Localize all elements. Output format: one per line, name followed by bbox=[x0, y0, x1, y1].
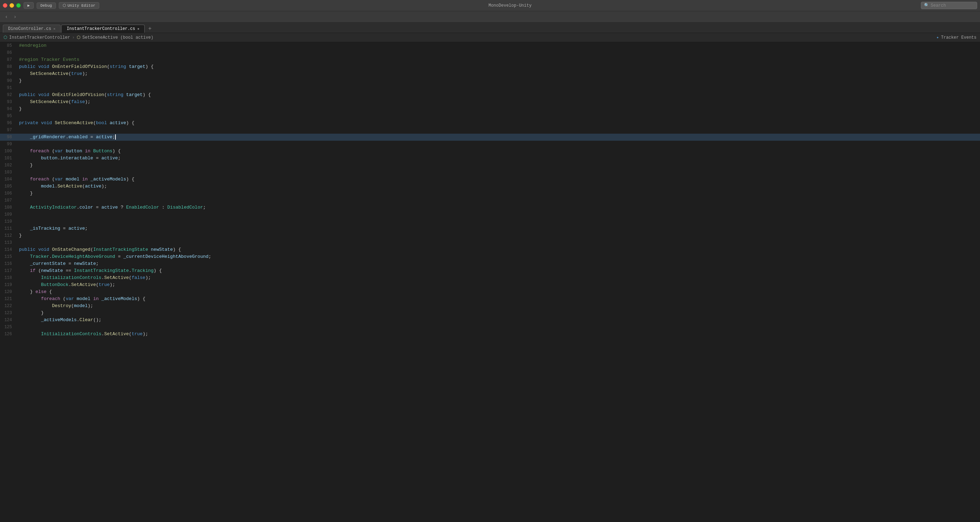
code-line-107: 107 bbox=[0, 197, 980, 204]
line-number: 89 bbox=[0, 70, 18, 78]
line-content: } else { bbox=[18, 289, 980, 295]
close-button[interactable] bbox=[3, 3, 7, 8]
line-content: foreach (var model in _activeModels) { bbox=[18, 176, 980, 183]
search-bar[interactable]: 🔍 Search bbox=[921, 2, 977, 9]
line-number: 124 bbox=[0, 317, 18, 324]
tabs-bar: DinoController.cs ✕ InstantTrackerContro… bbox=[0, 22, 980, 33]
code-line-106: 106 } bbox=[0, 190, 980, 197]
code-line-126: 126 InitializationControls.SetActive(tru… bbox=[0, 331, 980, 338]
line-number: 103 bbox=[0, 169, 18, 176]
tab-dinocontroller-label: DinoController.cs bbox=[8, 26, 51, 31]
line-number: 94 bbox=[0, 106, 18, 113]
line-number: 117 bbox=[0, 267, 18, 274]
run-icon: ▶ bbox=[27, 3, 30, 8]
line-number: 109 bbox=[0, 211, 18, 218]
search-placeholder: Search bbox=[931, 3, 946, 8]
code-line-98: 98 _gridRenderer.enabled = active; bbox=[0, 134, 980, 141]
line-number: 122 bbox=[0, 303, 18, 309]
line-number: 121 bbox=[0, 295, 18, 303]
code-line-121: 121 foreach (var model in _activeModels)… bbox=[0, 295, 980, 303]
code-line-124: 124 _activeModels.Clear(); bbox=[0, 317, 980, 324]
code-line-105: 105 model.SetActive(active); bbox=[0, 183, 980, 190]
line-content: model.SetActive(active); bbox=[18, 183, 980, 190]
line-content bbox=[18, 239, 980, 246]
code-line-113: 113 bbox=[0, 239, 980, 246]
line-content: public void OnExitFieldOfVision(string t… bbox=[18, 92, 980, 98]
tab-instanttracker-close[interactable]: ● bbox=[137, 27, 139, 31]
code-line-104: 104 foreach (var model in _activeModels)… bbox=[0, 176, 980, 183]
code-line-100: 100 foreach (var button in Buttons) { bbox=[0, 148, 980, 155]
code-line-96: 96private void SetSceneActive(bool activ… bbox=[0, 120, 980, 127]
search-icon: 🔍 bbox=[924, 3, 929, 8]
add-tab-button[interactable]: + bbox=[145, 25, 154, 33]
back-button[interactable]: ‹ bbox=[3, 13, 10, 21]
line-number: 106 bbox=[0, 190, 18, 197]
code-line-95: 95 bbox=[0, 113, 980, 120]
tracker-events-icon: ✦ bbox=[936, 35, 939, 40]
code-line-89: 89 SetSceneActive(true); bbox=[0, 70, 980, 78]
code-line-101: 101 button.interactable = active; bbox=[0, 155, 980, 162]
line-number: 91 bbox=[0, 84, 18, 92]
run-button[interactable]: ▶ bbox=[24, 2, 34, 9]
code-line-92: 92public void OnExitFieldOfVision(string… bbox=[0, 92, 980, 98]
line-content bbox=[18, 324, 980, 331]
line-number: 116 bbox=[0, 260, 18, 267]
line-number: 113 bbox=[0, 239, 18, 246]
line-number: 96 bbox=[0, 120, 18, 127]
line-content: ActivityIndicator.color = active ? Enabl… bbox=[18, 204, 980, 211]
breadcrumb-sep1: › bbox=[72, 35, 75, 40]
tab-dinocontroller-close[interactable]: ✕ bbox=[53, 27, 55, 31]
line-number: 112 bbox=[0, 232, 18, 239]
line-number: 110 bbox=[0, 218, 18, 225]
line-number: 87 bbox=[0, 56, 18, 63]
line-content: SetSceneActive(false); bbox=[18, 98, 980, 106]
breadcrumb-class: InstantTrackerController bbox=[9, 35, 70, 40]
line-content: #region Tracker Events bbox=[18, 56, 980, 63]
debug-button[interactable]: Debug bbox=[37, 2, 56, 9]
line-number: 92 bbox=[0, 92, 18, 98]
line-content: public void OnEnterFieldOfVision(string … bbox=[18, 63, 980, 70]
line-number: 97 bbox=[0, 127, 18, 134]
line-number: 99 bbox=[0, 141, 18, 148]
line-content: _activeModels.Clear(); bbox=[18, 317, 980, 324]
line-content: } bbox=[18, 106, 980, 113]
line-number: 86 bbox=[0, 49, 18, 56]
code-line-114: 114public void OnStateChanged(InstantTra… bbox=[0, 246, 980, 253]
maximize-button[interactable] bbox=[16, 3, 21, 8]
code-line-109: 109 bbox=[0, 211, 980, 218]
line-content: #endregion bbox=[18, 42, 980, 49]
unity-editor-button[interactable]: ⬡ Unity Editor bbox=[59, 2, 99, 9]
code-line-120: 120 } else { bbox=[0, 289, 980, 295]
line-number: 108 bbox=[0, 204, 18, 211]
line-content bbox=[18, 127, 980, 134]
line-number: 125 bbox=[0, 324, 18, 331]
line-content: _currentState = newState; bbox=[18, 260, 980, 267]
tab-instanttracker[interactable]: InstantTrackerController.cs ● bbox=[61, 25, 144, 33]
line-number: 114 bbox=[0, 246, 18, 253]
code-area[interactable]: 85#endregion8687#region Tracker Events88… bbox=[0, 42, 980, 522]
code-line-93: 93 SetSceneActive(false); bbox=[0, 98, 980, 106]
tab-instanttracker-label: InstantTrackerController.cs bbox=[67, 26, 135, 31]
code-line-94: 94} bbox=[0, 106, 980, 113]
line-content: } bbox=[18, 162, 980, 169]
minimize-button[interactable] bbox=[10, 3, 14, 8]
forward-button[interactable]: › bbox=[11, 13, 18, 21]
code-line-116: 116 _currentState = newState; bbox=[0, 260, 980, 267]
code-line-87: 87#region Tracker Events bbox=[0, 56, 980, 63]
line-number: 123 bbox=[0, 309, 18, 317]
line-content bbox=[18, 49, 980, 56]
line-number: 100 bbox=[0, 148, 18, 155]
line-content: ButtonDock.SetActive(true); bbox=[18, 281, 980, 289]
breadcrumb: ⬡ InstantTrackerController › ⬡ SetSceneA… bbox=[0, 33, 980, 42]
title-bar: ▶ Debug ⬡ Unity Editor MonoDevelop-Unity… bbox=[0, 0, 980, 11]
code-line-86: 86 bbox=[0, 49, 980, 56]
code-line-102: 102 } bbox=[0, 162, 980, 169]
line-number: 115 bbox=[0, 253, 18, 260]
tab-dinocontroller[interactable]: DinoController.cs ✕ bbox=[3, 25, 60, 33]
app-title: MonoDevelop-Unity bbox=[488, 3, 531, 8]
code-line-97: 97 bbox=[0, 127, 980, 134]
line-content bbox=[18, 84, 980, 92]
code-line-88: 88public void OnEnterFieldOfVision(strin… bbox=[0, 63, 980, 70]
code-line-112: 112} bbox=[0, 232, 980, 239]
code-line-117: 117 if (newState == InstantTrackingState… bbox=[0, 267, 980, 274]
